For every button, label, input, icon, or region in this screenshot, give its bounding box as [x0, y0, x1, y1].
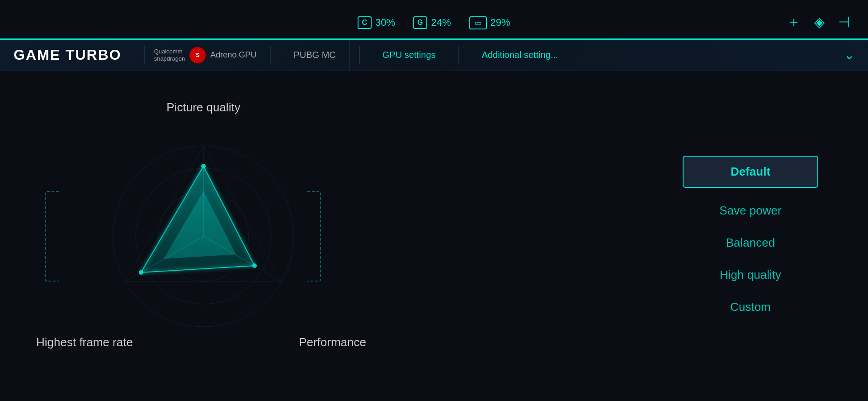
svg-point-17 — [139, 270, 143, 275]
cpu-value: 30% — [375, 17, 395, 29]
battery-value: 29% — [491, 17, 510, 29]
qualcomm-text: Qualcomm — [154, 48, 185, 55]
radar-svg — [104, 137, 303, 336]
battery-status: ▭ 29% — [469, 16, 510, 29]
gpu-brand: Qualcomm snapdragon S — [154, 47, 206, 63]
chevron-down-icon[interactable]: ⌄ — [844, 48, 854, 62]
cpu-icon: C — [358, 16, 372, 29]
label-highest-frame-rate: Highest frame rate — [36, 335, 133, 349]
exit-icon[interactable]: ⊣ — [838, 14, 850, 30]
save-power-option[interactable]: Save power — [719, 201, 781, 220]
svg-point-18 — [252, 263, 257, 268]
svg-point-16 — [201, 164, 206, 168]
label-performance: Performance — [299, 335, 366, 349]
right-panel: Default Save power Balanced High quality… — [678, 156, 823, 316]
right-bracket — [307, 191, 321, 282]
balanced-option[interactable]: Balanced — [726, 234, 775, 252]
snapdragon-badge: S — [189, 47, 206, 63]
nav-divider-3 — [359, 46, 360, 64]
brand-title: GAME TURBO — [14, 47, 122, 63]
left-bracket — [45, 191, 59, 282]
snapdragon-text: snapdragon — [154, 55, 185, 62]
nav-divider-4 — [458, 46, 459, 64]
custom-option[interactable]: Custom — [730, 298, 771, 316]
gpu-settings-tab[interactable]: GPU settings — [369, 39, 449, 71]
profile-icon[interactable]: ◈ — [814, 14, 825, 30]
high-quality-option[interactable]: High quality — [720, 266, 781, 284]
gpu-status: G 24% — [413, 16, 451, 29]
additional-settings-tab[interactable]: Additional setting... — [468, 39, 572, 71]
default-mode-button[interactable]: Default — [683, 156, 818, 188]
pubg-tab[interactable]: PUBG MC — [280, 39, 349, 71]
nav-divider-2 — [270, 46, 271, 64]
gpu-icon: G — [413, 16, 427, 29]
main-content: Picture quality Highest frame rate Perfo… — [0, 71, 868, 401]
top-right-actions: ＋ ◈ ⊣ — [787, 13, 850, 31]
gpu-value: 24% — [431, 17, 451, 29]
nav-bar: GAME TURBO Qualcomm snapdragon S Adreno … — [0, 38, 868, 71]
label-picture-quality: Picture quality — [166, 100, 240, 115]
cpu-status: C 30% — [358, 16, 395, 29]
add-icon[interactable]: ＋ — [787, 13, 801, 31]
battery-icon: ▭ — [469, 16, 487, 29]
radar-chart-area: Picture quality Highest frame rate Perfo… — [27, 96, 380, 377]
nav-divider-1 — [144, 46, 145, 64]
adreno-text: Adreno GPU — [210, 50, 256, 60]
